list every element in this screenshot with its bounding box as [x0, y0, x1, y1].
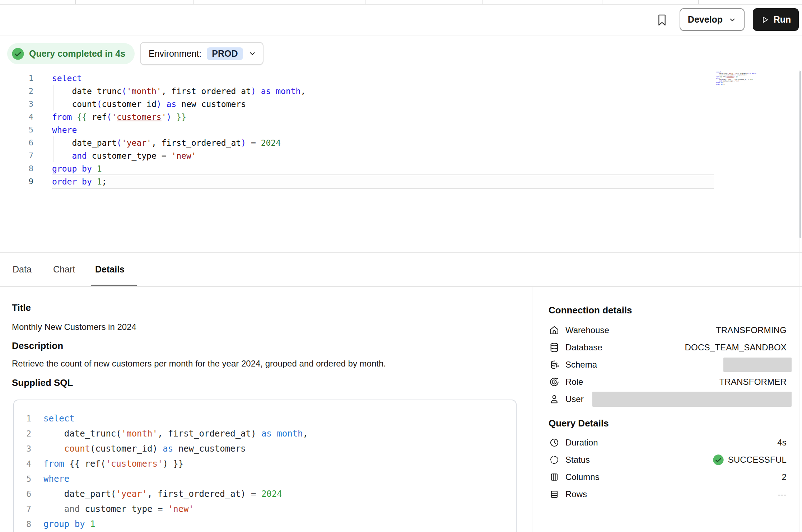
supplied-sql-line: 6 date_part('year', first_ordered_at) = … [21, 486, 516, 501]
code-token: as [167, 99, 177, 109]
code-token: and [72, 151, 87, 160]
code-token: customers [727, 76, 734, 78]
code-token: customers [111, 459, 158, 469]
code-line[interactable]: 5where [0, 123, 714, 136]
code-token: where [43, 474, 69, 484]
bookmark-icon [657, 14, 667, 26]
tab-separator [482, 0, 482, 4]
connection-details-heading: Connection details [549, 305, 632, 316]
connection-row: WarehouseTRANSFORMING [549, 322, 792, 339]
code-token: {{ [77, 112, 87, 122]
code-text: and customer_type = 'new' [52, 149, 196, 162]
code-line[interactable]: 6 date_part('year', first_ordered_at) = … [0, 136, 714, 149]
code-token: 'new' [735, 80, 739, 82]
scrollbar-thumb[interactable] [799, 71, 801, 238]
code-text: date_trunc('month', first_ordered_at) as… [52, 85, 306, 98]
code-token [43, 504, 64, 514]
results-panel-divider [0, 252, 802, 253]
line-number: 4 [9, 111, 33, 123]
line-number: 7 [9, 149, 33, 162]
bookmark-icon[interactable] [656, 13, 668, 28]
code-token: from [52, 112, 72, 122]
tab-details[interactable]: Details [95, 264, 125, 275]
row-value-text: TRANSFORMING [716, 325, 787, 335]
tab-separator [602, 0, 602, 4]
code-line[interactable]: 3 count(customer_id) as new_customers [0, 98, 714, 111]
code-token [272, 429, 277, 439]
environment-selector[interactable]: Environment: PROD [140, 42, 264, 65]
redacted-value [592, 392, 792, 407]
connection-row: User [549, 391, 792, 408]
code-line[interactable]: 2 date_trunc('month', first_ordered_at) … [0, 85, 714, 98]
connection-row: Schema [549, 356, 792, 373]
develop-button[interactable]: Develop [680, 8, 745, 31]
code-token: ( [97, 99, 102, 109]
description-value: Retrieve the count of new customers per … [12, 359, 514, 369]
row-label: Warehouse [565, 325, 609, 335]
columns-icon [549, 472, 560, 482]
code-token: count [72, 99, 97, 109]
line-number: 6 [9, 136, 33, 149]
row-value-text: --- [778, 489, 787, 499]
code-token: ) [241, 138, 246, 148]
code-token: customer_type = [87, 151, 171, 160]
code-token: 2024 [750, 79, 753, 80]
code-token: select [52, 74, 82, 83]
row-label: User [565, 394, 584, 404]
code-token: , first_ordered_at [151, 138, 241, 148]
code-token [64, 459, 69, 469]
code-token: ref [92, 112, 107, 122]
sql-editor[interactable]: 1select2 date_trunc('month', first_order… [0, 72, 799, 254]
code-line[interactable]: 9order by 1; [0, 175, 714, 188]
row-label: Columns [565, 472, 600, 482]
chevron-down-icon [728, 16, 736, 24]
code-token: by [82, 164, 92, 173]
code-token [69, 519, 74, 529]
check-circle-icon [11, 47, 24, 60]
toolbar-divider [0, 36, 802, 36]
code-token: date_part [64, 489, 111, 499]
code-line[interactable]: 7 and customer_type = 'new' [0, 149, 714, 162]
code-text: from {{ ref('customers') }} [43, 456, 183, 471]
tab-chart[interactable]: Chart [53, 264, 75, 275]
code-text: date_part('year', first_ordered_at) = 20… [52, 136, 281, 149]
code-token: customer_id [95, 444, 153, 454]
app-window: { "toolbar": { "bookmark_icon": "bookmar… [0, 0, 802, 532]
code-token: date_part [72, 138, 117, 148]
code-token [72, 112, 77, 122]
tab-data[interactable]: Data [13, 264, 32, 275]
supplied-sql-line: 4from {{ ref('customers') }} [21, 456, 516, 471]
code-token: by [82, 177, 92, 186]
tab-separator [365, 0, 365, 4]
code-token: = [747, 79, 750, 80]
supplied-sql-line: 5where [21, 471, 516, 486]
code-line[interactable]: 1select [0, 72, 714, 85]
code-line[interactable]: 4from {{ ref('customers') }} [0, 111, 714, 123]
line-number: 9 [9, 175, 33, 188]
code-token: , [756, 73, 757, 74]
environment-value-pill: PROD [207, 47, 243, 60]
code-line[interactable]: 8group by 1 [0, 162, 714, 175]
code-token: 'new' [168, 504, 194, 514]
editor-minimap[interactable]: select date_trunc('month', first_ordered… [716, 71, 755, 85]
run-button[interactable]: Run [753, 8, 799, 31]
code-token: 2024 [261, 138, 281, 148]
row-label: Database [565, 342, 602, 353]
check-circle-icon [713, 454, 724, 466]
code-text: where [43, 471, 69, 486]
code-token: month [752, 73, 756, 74]
duration-icon [549, 438, 560, 448]
code-token: select [43, 414, 75, 424]
line-number: 2 [21, 426, 31, 441]
code-token: month [277, 429, 303, 439]
code-token: ( [122, 87, 127, 96]
redacted-value [723, 358, 792, 372]
code-token: = [246, 489, 261, 499]
code-token: ) [163, 459, 168, 469]
code-text: and customer_type = 'new' [43, 501, 194, 517]
code-token [52, 87, 72, 96]
code-token: 2024 [261, 489, 282, 499]
code-token: ) [152, 444, 157, 454]
code-text: date_trunc('month', first_ordered_at) as… [43, 426, 308, 441]
run-button-label: Run [774, 14, 791, 25]
